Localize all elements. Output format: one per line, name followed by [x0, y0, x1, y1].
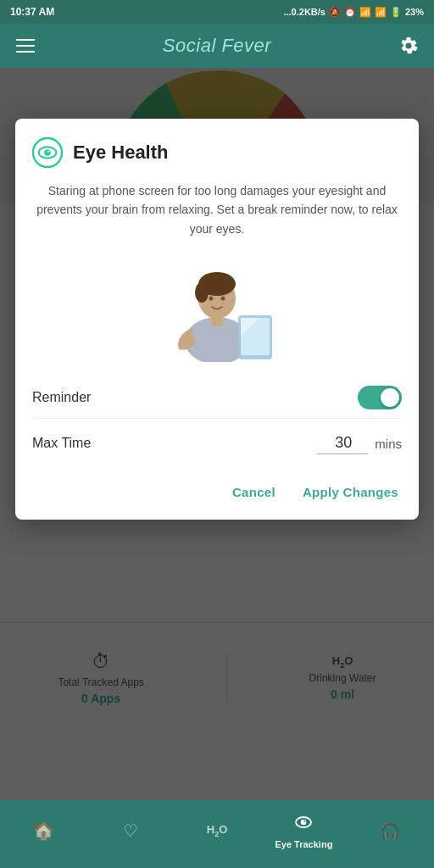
settings-icon[interactable] [397, 34, 420, 58]
svg-rect-16 [211, 314, 223, 326]
svg-point-14 [209, 297, 214, 301]
nav-eye-tracking[interactable]: Eye Tracking [260, 808, 347, 854]
person-illustration [32, 252, 402, 362]
reminder-row: Reminder [32, 377, 402, 419]
svg-point-19 [304, 820, 306, 821]
nav-home[interactable]: 🏠 [0, 815, 86, 846]
nav-heart[interactable]: ♡ [86, 815, 173, 846]
sim-icon: 📶 [359, 7, 371, 18]
svg-point-6 [47, 150, 49, 152]
svg-point-18 [301, 819, 306, 824]
reminder-label: Reminder [32, 390, 91, 405]
battery-percent: 23% [405, 7, 424, 17]
water-nav-icon: H2O [207, 823, 228, 838]
eye-icon-container [32, 137, 63, 168]
reminder-toggle[interactable] [358, 386, 402, 409]
svg-point-13 [195, 282, 209, 303]
reading-person-svg [149, 252, 285, 362]
eye-health-icon [32, 136, 63, 169]
nav-headphones[interactable]: 🎧 [348, 815, 434, 846]
signal-icon: 🔕 [329, 7, 341, 18]
home-icon: 🏠 [33, 821, 54, 841]
apply-changes-button[interactable]: Apply Changes [299, 478, 402, 506]
eye-nav-icon [294, 813, 313, 836]
app-title: Social Fever [163, 35, 271, 57]
maxtime-row: Max Time mins [32, 422, 402, 465]
battery-icon: 🔋 [390, 7, 402, 18]
status-right: ...0.2KB/s 🔕 ⏰ 📶 📶 🔋 23% [283, 7, 424, 18]
eye-tracking-label: Eye Tracking [275, 839, 332, 849]
alarm-icon: ⏰ [344, 7, 356, 18]
network-speed: ...0.2KB/s [283, 7, 326, 17]
toggle-knob [381, 388, 399, 407]
maxtime-input[interactable] [317, 432, 368, 454]
wifi-icon: 📶 [375, 7, 387, 18]
cancel-button[interactable]: Cancel [229, 478, 279, 506]
modal-header: Eye Health [32, 137, 402, 168]
bottom-navigation: 🏠 ♡ H2O Eye Tracking 🎧 [0, 800, 434, 868]
heart-icon: ♡ [123, 821, 138, 841]
maxtime-label: Max Time [32, 436, 91, 451]
status-bar: 10:37 AM ...0.2KB/s 🔕 ⏰ 📶 📶 🔋 23% [0, 0, 434, 24]
modal-title: Eye Health [73, 142, 169, 164]
svg-point-15 [221, 297, 225, 301]
nav-water[interactable]: H2O [174, 818, 260, 843]
svg-point-5 [44, 149, 51, 156]
maxtime-unit: mins [375, 437, 402, 451]
headphones-icon: 🎧 [380, 821, 401, 841]
dialog-buttons: Cancel Apply Changes [32, 471, 402, 506]
hamburger-icon[interactable] [14, 34, 37, 58]
maxtime-right: mins [317, 432, 402, 454]
modal-description: Staring at phone screen for too long dam… [32, 181, 402, 238]
eye-health-modal: Eye Health Staring at phone screen for t… [15, 119, 419, 520]
status-time: 10:37 AM [10, 6, 54, 18]
app-bar: Social Fever [0, 24, 434, 68]
